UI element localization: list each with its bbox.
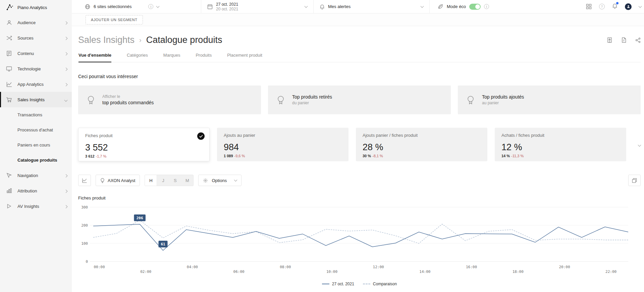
cursor-icon <box>6 172 12 178</box>
chevron-down-icon[interactable] <box>639 4 642 8</box>
svg-text:02:00: 02:00 <box>140 270 151 274</box>
granularity-hour[interactable]: H <box>145 175 157 186</box>
export-report-button[interactable]: D <box>621 37 627 43</box>
sidebar: Piano Analytics Audience Sources Contenu… <box>0 0 72 292</box>
sidebar-item-technologie[interactable]: Technologie <box>0 61 72 76</box>
kpi-card-achats-fiches[interactable]: Achats / fiches produit 12 % 14 %-11,3 % <box>495 128 626 161</box>
bookmark-button[interactable] <box>607 37 612 43</box>
sidebar-item-audience[interactable]: Audience <box>0 15 72 30</box>
svg-text:16:00: 16:00 <box>466 265 477 269</box>
svg-text:00:00: 00:00 <box>94 265 105 269</box>
kpi-card-ajouts-panier[interactable]: Ajouts au panier 984 1 089-9,6 % <box>217 128 348 161</box>
medal-icon <box>277 95 285 105</box>
selected-date: 27 oct. 2021 <box>216 2 305 7</box>
bell-icon <box>320 4 325 9</box>
granularity-week[interactable]: S <box>169 175 181 186</box>
chevron-down-icon <box>65 97 67 103</box>
info-icon[interactable]: i <box>484 4 489 9</box>
chart-type-button[interactable] <box>78 175 91 186</box>
chevron-right-icon <box>65 81 67 87</box>
globe-icon <box>85 4 90 9</box>
segment-bar: AJOUTER UN SEGMENT <box>72 13 644 26</box>
breadcrumb-parent[interactable]: Sales Insights <box>78 35 135 45</box>
svg-text:14:00: 14:00 <box>419 270 430 274</box>
tab-placement-produit[interactable]: Placement produit <box>227 53 262 62</box>
shuffle-icon <box>6 35 12 41</box>
avatar[interactable] <box>625 3 632 10</box>
chevron-right-icon <box>65 188 67 194</box>
app-logo[interactable]: Piano Analytics <box>0 0 72 15</box>
sidebar-item-contenu[interactable]: Contenu <box>0 46 72 61</box>
gear-icon <box>203 178 208 183</box>
axon-analyst-button[interactable]: AXON Analyst <box>96 175 140 186</box>
document-icon <box>6 50 12 56</box>
solid-line-swatch <box>322 284 329 284</box>
fiches-produit-chart[interactable]: 010020030000:0002:0004:0006:0008:0010:00… <box>78 201 641 279</box>
site-selector[interactable]: 6 sites sélectionnés i <box>72 0 201 13</box>
svg-text:22:00: 22:00 <box>605 270 616 274</box>
svg-text:0: 0 <box>86 259 88 264</box>
sidebar-item-sources[interactable]: Sources <box>0 30 72 46</box>
help-icon[interactable]: ? <box>599 4 605 9</box>
kpi-cards: Fiches produit 3 552 3 612-1,7 % Ajouts … <box>78 128 641 161</box>
chevron-down-icon[interactable] <box>156 4 160 8</box>
tab-marques[interactable]: Marques <box>163 53 180 62</box>
sidebar-item-app-analytics[interactable]: App Analytics <box>0 76 72 92</box>
options-dropdown[interactable]: Options <box>198 175 241 186</box>
calendar-icon <box>207 4 213 9</box>
svg-text:12:00: 12:00 <box>373 265 384 269</box>
svg-text:20:00: 20:00 <box>559 265 570 269</box>
svg-text:08:00: 08:00 <box>280 265 291 269</box>
sidebar-item-attribution[interactable]: Attribution <box>0 183 72 198</box>
suggestion-card-top-retires[interactable]: Top produits retirés du panier <box>268 85 451 114</box>
kpi-card-ajouts-panier-fiches[interactable]: Ajouts panier / fiches produit 28 % 30 %… <box>356 128 487 161</box>
eco-mode-toggle[interactable] <box>469 4 481 10</box>
breadcrumb: Sales Insights › Catalogue produits D <box>78 35 641 45</box>
line-chart-icon <box>6 81 12 87</box>
sites-selected-label: 6 sites sélectionnés <box>94 4 131 9</box>
top-bar: 6 sites sélectionnés i 27 oct. 2021 20 o… <box>72 0 644 13</box>
copy-data-button[interactable] <box>628 175 641 186</box>
legend-item-comparison[interactable]: Comparaison <box>363 282 397 286</box>
leaf-icon <box>438 4 443 9</box>
sidebar-item-catalogue-produits[interactable]: Catalogue produits <box>0 153 72 168</box>
breadcrumb-separator: › <box>139 36 142 44</box>
notifications-button[interactable] <box>612 3 618 10</box>
sidebar-item-av-insights[interactable]: AV Insights <box>0 198 72 214</box>
granularity-month[interactable]: M <box>181 175 193 186</box>
chevron-down-icon <box>305 4 308 8</box>
play-icon <box>6 203 12 209</box>
line-chart-icon <box>82 178 87 183</box>
suggestion-card-top-commandes[interactable]: Afficher le top produits commandés <box>78 85 261 114</box>
suggestion-card-top-ajoutes[interactable]: Top produits ajoutés au panier <box>458 85 641 114</box>
alerts-menu[interactable]: Mes alertes <box>314 0 430 13</box>
sidebar-item-paniers-en-cours[interactable]: Paniers en cours <box>0 137 72 153</box>
chart-toolbar: AXON Analyst H J S M Options <box>78 175 641 186</box>
svg-text:06:00: 06:00 <box>233 270 245 274</box>
kpi-card-fiches-produit[interactable]: Fiches produit 3 552 3 612-1,7 % <box>78 128 210 161</box>
date-range-picker[interactable]: 27 oct. 2021 20 oct. 2021 <box>201 0 314 13</box>
copy-icon <box>632 178 637 183</box>
sidebar-item-transactions[interactable]: Transactions <box>0 107 72 122</box>
kpi-expand-chevron[interactable] <box>638 141 641 148</box>
sidebar-item-processus-achat[interactable]: Processus d'achat <box>0 122 72 137</box>
granularity-day[interactable]: J <box>157 175 169 186</box>
chevron-right-icon <box>65 172 67 178</box>
add-segment-button[interactable]: AJOUTER UN SEGMENT <box>86 15 143 24</box>
share-button[interactable] <box>635 38 641 43</box>
suggestions-heading: Ceci pourrait vous intéresser <box>78 74 641 79</box>
chevron-down-icon <box>421 4 424 8</box>
info-icon[interactable]: i <box>148 4 153 9</box>
sidebar-item-navigation[interactable]: Navigation <box>0 168 72 183</box>
page-title: Catalogue produits <box>146 35 222 45</box>
suggestion-cards: Afficher le top produits commandés Top p… <box>78 85 641 114</box>
chevron-right-icon <box>65 50 67 56</box>
notification-dot <box>616 2 619 4</box>
sidebar-item-sales-insights[interactable]: Sales Insights <box>0 92 72 107</box>
tab-produits[interactable]: Produits <box>196 53 212 62</box>
apps-grid-icon[interactable] <box>586 4 592 9</box>
legend-item-current[interactable]: 27 oct. 2021 <box>322 282 354 286</box>
tab-vue-densemble[interactable]: Vue d'ensemble <box>78 53 111 62</box>
tab-categories[interactable]: Catégories <box>127 53 148 62</box>
medal-icon <box>87 95 95 105</box>
